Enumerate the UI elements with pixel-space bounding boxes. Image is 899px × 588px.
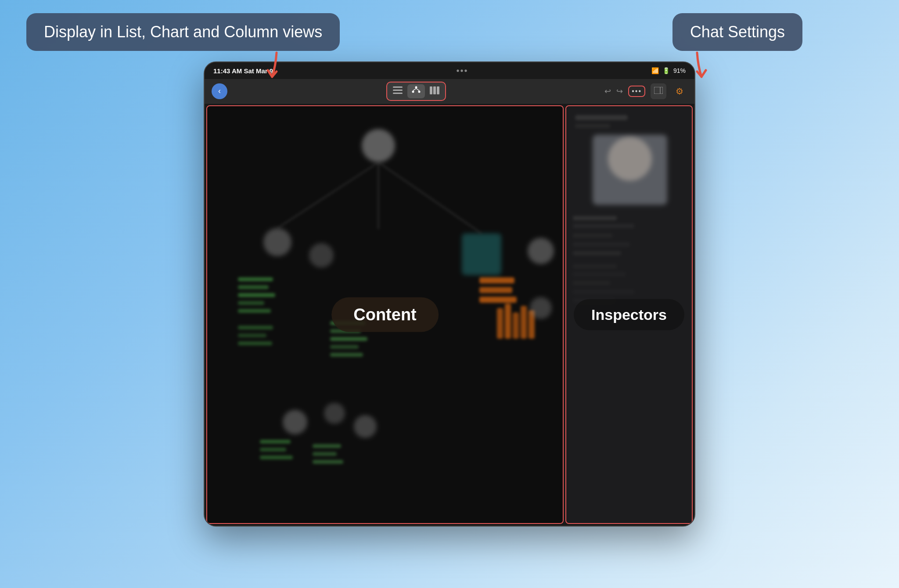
svg-rect-25 (238, 309, 271, 313)
gear-button[interactable]: ⚙ (672, 83, 687, 99)
svg-point-44 (354, 415, 377, 438)
back-button[interactable]: ‹ (212, 83, 227, 99)
svg-point-14 (362, 129, 395, 162)
undo-button[interactable]: ↩ (604, 86, 611, 96)
sidebar-toggle-button[interactable] (651, 83, 666, 99)
tooltip-right: Chat Settings (672, 13, 802, 51)
svg-rect-26 (238, 326, 273, 330)
svg-rect-27 (238, 333, 266, 337)
status-icons: 📶 🔋 91% (651, 67, 686, 74)
svg-rect-22 (238, 285, 269, 289)
svg-rect-8 (430, 86, 432, 94)
view-toggle-group (386, 82, 446, 101)
svg-rect-31 (330, 337, 367, 341)
svg-point-15 (263, 228, 291, 256)
svg-line-6 (413, 89, 416, 91)
back-icon: ‹ (218, 86, 221, 96)
svg-rect-40 (521, 306, 527, 339)
svg-rect-11 (654, 87, 663, 94)
svg-line-7 (416, 89, 419, 91)
more-button[interactable]: ••• (632, 87, 642, 95)
arrow-right (684, 50, 710, 81)
svg-rect-23 (238, 293, 275, 297)
svg-rect-48 (313, 444, 341, 448)
svg-point-16 (309, 243, 334, 268)
svg-rect-45 (260, 440, 291, 444)
svg-rect-59 (573, 224, 634, 228)
svg-point-3 (415, 86, 417, 89)
svg-rect-65 (573, 281, 610, 285)
svg-rect-62 (573, 251, 621, 255)
svg-rect-50 (313, 460, 343, 464)
tooltip-left: Display in List, Chart and Column views (26, 13, 340, 51)
svg-rect-17 (462, 233, 501, 275)
svg-point-42 (283, 410, 307, 434)
column-icon (430, 86, 439, 96)
svg-point-57 (608, 137, 652, 181)
inspector-label: Inspectors (574, 299, 684, 330)
svg-point-43 (324, 403, 345, 424)
sidebar-toggle-icon (654, 87, 663, 96)
svg-rect-49 (313, 452, 337, 456)
svg-rect-39 (513, 312, 519, 339)
svg-rect-0 (393, 86, 403, 88)
svg-rect-36 (479, 297, 517, 303)
svg-rect-33 (330, 353, 363, 357)
svg-rect-38 (505, 304, 511, 339)
svg-rect-9 (433, 86, 436, 94)
wifi-icon: 📶 (651, 67, 659, 74)
svg-rect-64 (573, 272, 626, 276)
svg-rect-54 (575, 115, 628, 120)
redo-button[interactable]: ↪ (616, 86, 623, 96)
battery-icon: 🔋 (662, 67, 670, 74)
svg-rect-46 (260, 448, 286, 452)
svg-point-4 (412, 91, 414, 93)
status-dots: ••• (457, 66, 468, 76)
svg-rect-10 (437, 86, 439, 94)
svg-rect-55 (575, 124, 610, 128)
svg-rect-63 (573, 264, 617, 269)
svg-rect-34 (479, 277, 514, 283)
svg-rect-1 (393, 90, 403, 91)
svg-point-52 (530, 297, 552, 319)
content-label: Content (331, 298, 439, 332)
main-area: Content (205, 104, 694, 526)
svg-rect-66 (573, 290, 634, 294)
inspector-panel: Inspectors (565, 105, 693, 524)
svg-rect-35 (479, 287, 512, 293)
svg-rect-60 (573, 233, 612, 238)
chart-icon (411, 86, 421, 96)
svg-rect-61 (573, 242, 630, 247)
list-view-button[interactable] (389, 84, 406, 98)
list-icon (393, 86, 403, 96)
toolbar: ‹ (205, 79, 694, 104)
arrow-left (263, 50, 290, 81)
column-view-button[interactable] (426, 84, 443, 98)
gear-icon: ⚙ (676, 86, 683, 97)
svg-rect-2 (393, 93, 403, 94)
svg-rect-37 (497, 308, 503, 339)
content-panel: Content (206, 105, 564, 524)
svg-rect-28 (238, 341, 272, 345)
svg-rect-58 (573, 216, 617, 220)
svg-rect-47 (260, 455, 293, 459)
ipad-frame: 11:43 AM Sat Mar 9 ••• 📶 🔋 91% ‹ (204, 61, 695, 527)
svg-point-51 (528, 238, 554, 264)
svg-rect-21 (238, 277, 273, 281)
svg-point-5 (418, 91, 420, 93)
svg-rect-32 (330, 345, 359, 349)
chart-view-button[interactable] (407, 84, 425, 98)
more-button-group: ••• (628, 86, 645, 97)
svg-rect-24 (238, 301, 264, 305)
